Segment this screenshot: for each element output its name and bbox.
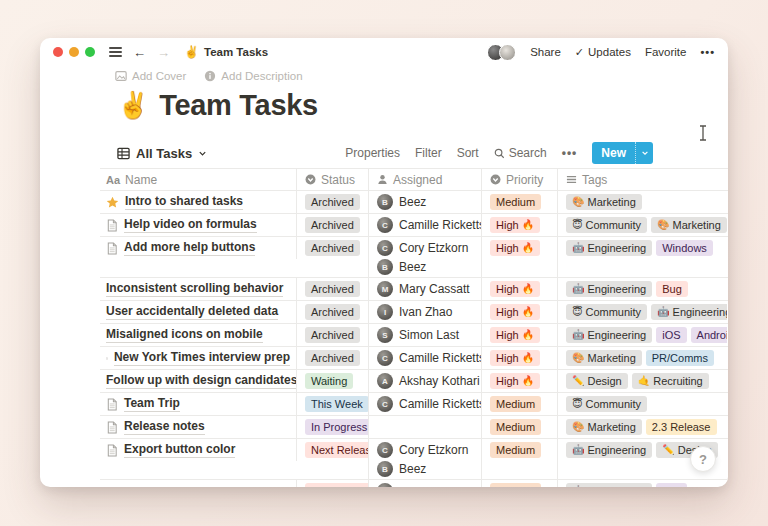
page-title-text[interactable]: Team Tasks (159, 89, 318, 122)
filter-button[interactable]: Filter (415, 146, 442, 160)
close-window-button[interactable] (53, 47, 63, 57)
status-cell[interactable]: This Week (297, 393, 369, 415)
task-name-cell[interactable]: Follow up with design candidates (100, 370, 297, 392)
priority-cell[interactable]: High🔥 (482, 278, 558, 300)
favorite-button[interactable]: Favorite (645, 46, 687, 58)
status-cell[interactable]: Waiting (297, 370, 369, 392)
table-row[interactable]: Export button colorNext ReleaseCCory Etz… (100, 439, 728, 480)
task-name-cell[interactable]: Intro to shared tasks (100, 191, 297, 213)
table-row[interactable]: Team TripThis WeekCCamille RickettsMediu… (100, 393, 728, 416)
priority-cell[interactable]: High🔥 (482, 324, 558, 346)
new-button[interactable]: New (592, 142, 635, 164)
priority-cell[interactable]: High🔥 (482, 237, 558, 277)
priority-cell[interactable]: High🔥 (482, 370, 558, 392)
column-header-name[interactable]: AaName (100, 169, 297, 190)
assigned-cell[interactable]: CCamille Ricketts (369, 214, 482, 236)
forward-button[interactable]: → (157, 46, 170, 59)
new-dropdown-button[interactable] (635, 142, 653, 164)
assigned-cell[interactable] (369, 416, 482, 438)
tags-cell[interactable]: ✏️Design🤙Recruiting (558, 370, 727, 392)
assigned-cell[interactable]: BBeez (369, 191, 482, 213)
column-header-assigned[interactable]: Assigned (369, 169, 482, 190)
status-cell[interactable]: Archived (297, 301, 369, 323)
more-options-button[interactable]: ••• (700, 46, 715, 58)
table-row[interactable]: User accidentally deleted dataArchivedII… (100, 301, 728, 324)
assigned-cell[interactable]: AAkshay Kothari (369, 370, 482, 392)
priority-cell[interactable]: Medium (482, 191, 558, 213)
task-name-cell[interactable]: User accidentally deleted data (100, 301, 297, 323)
status-cell[interactable]: Archived (297, 278, 369, 300)
assigned-cell[interactable]: CCamille Ricketts (369, 393, 482, 415)
assigned-cell[interactable]: MMary Cassatt (369, 278, 482, 300)
table-row[interactable]: Intro to shared tasksArchivedBBeezMedium… (100, 191, 728, 214)
status-cell[interactable]: Archived (297, 324, 369, 346)
priority-cell[interactable]: Medium (482, 416, 558, 438)
assigned-cell[interactable] (369, 480, 482, 487)
task-name-cell[interactable] (100, 480, 297, 487)
table-row[interactable]: Next WeekMedium🤖EngineeringiOS (100, 480, 728, 487)
tags-cell[interactable]: 😇Community🤖Engineering (558, 301, 727, 323)
priority-cell[interactable]: Medium (482, 393, 558, 415)
assigned-cell[interactable]: CCamille Ricketts (369, 347, 482, 369)
page-emoji-icon[interactable]: ✌️ (117, 90, 149, 121)
zoom-window-button[interactable] (85, 47, 95, 57)
table-row[interactable]: Inconsistent scrolling behaviorArchivedM… (100, 278, 728, 301)
tags-cell[interactable]: 😇Community (558, 393, 727, 415)
table-row[interactable]: Release notesIn ProgressMedium🎨Marketing… (100, 416, 728, 439)
sidebar-toggle-icon[interactable] (109, 47, 122, 57)
share-button[interactable]: Share (530, 46, 561, 58)
priority-cell[interactable]: Medium (482, 439, 558, 479)
table-row[interactable]: Add more help buttonsArchivedCCory Etzko… (100, 237, 728, 278)
tags-cell[interactable]: 🤖EngineeringWindows (558, 237, 727, 277)
status-cell[interactable]: Archived (297, 237, 369, 277)
tags-cell[interactable]: 🎨Marketing (558, 191, 727, 213)
breadcrumb[interactable]: ✌️ Team Tasks (184, 45, 268, 59)
priority-cell[interactable]: Medium (482, 480, 558, 487)
search-button[interactable]: Search (494, 146, 547, 160)
assigned-cell[interactable]: CCory EtzkornBBeez (369, 439, 482, 479)
table-row[interactable]: Misaligned icons on mobileArchivedSSimon… (100, 324, 728, 347)
table-row[interactable]: New York Times interview prepArchivedCCa… (100, 347, 728, 370)
task-name-cell[interactable]: Inconsistent scrolling behavior (100, 278, 297, 300)
priority-cell[interactable]: High🔥 (482, 301, 558, 323)
add-cover-button[interactable]: Add Cover (115, 70, 186, 82)
view-more-options-button[interactable]: ••• (562, 146, 578, 160)
task-name-cell[interactable]: Add more help buttons (100, 237, 297, 259)
task-name-cell[interactable]: New York Times interview prep (100, 347, 297, 369)
sort-button[interactable]: Sort (457, 146, 479, 160)
task-name-cell[interactable]: Team Trip (100, 393, 297, 415)
assigned-cell[interactable]: IIvan Zhao (369, 301, 482, 323)
tags-cell[interactable]: 🤖EngineeringiOSAndroid (558, 324, 727, 346)
status-cell[interactable]: In Progress (297, 416, 369, 438)
properties-button[interactable]: Properties (345, 146, 400, 160)
status-cell[interactable]: Next Week (297, 480, 369, 487)
view-switcher[interactable]: All Tasks (117, 146, 207, 161)
add-description-button[interactable]: Add Description (204, 70, 302, 82)
column-header-priority[interactable]: Priority (482, 169, 558, 190)
tags-cell[interactable]: 🤖EngineeringiOS (558, 480, 727, 487)
status-cell[interactable]: Archived (297, 347, 369, 369)
task-name-cell[interactable]: Help video on formulas (100, 214, 297, 236)
collaborator-avatars[interactable] (487, 44, 516, 61)
tags-cell[interactable]: 🎨Marketing2.3 Release (558, 416, 727, 438)
back-button[interactable]: ← (133, 46, 146, 59)
updates-button[interactable]: ✓ Updates (575, 46, 631, 59)
tags-cell[interactable]: 🎨MarketingPR/Comms (558, 347, 727, 369)
help-button[interactable]: ? (690, 446, 716, 472)
column-header-tags[interactable]: Tags (558, 169, 727, 190)
status-cell[interactable]: Archived (297, 191, 369, 213)
task-name-cell[interactable]: Release notes (100, 416, 297, 438)
priority-cell[interactable]: High🔥 (482, 214, 558, 236)
status-cell[interactable]: Next Release (297, 439, 369, 479)
tags-cell[interactable]: 🤖EngineeringBug (558, 278, 727, 300)
minimize-window-button[interactable] (69, 47, 79, 57)
priority-cell[interactable]: High🔥 (482, 347, 558, 369)
assigned-cell[interactable]: CCory EtzkornBBeez (369, 237, 482, 277)
task-name-cell[interactable]: Export button color (100, 439, 297, 461)
status-cell[interactable]: Archived (297, 214, 369, 236)
tags-cell[interactable]: 😇Community🎨Marketing (558, 214, 727, 236)
task-name-cell[interactable]: Misaligned icons on mobile (100, 324, 297, 346)
column-header-status[interactable]: Status (297, 169, 369, 190)
table-row[interactable]: Follow up with design candidatesWaitingA… (100, 370, 728, 393)
assigned-cell[interactable]: SSimon Last (369, 324, 482, 346)
